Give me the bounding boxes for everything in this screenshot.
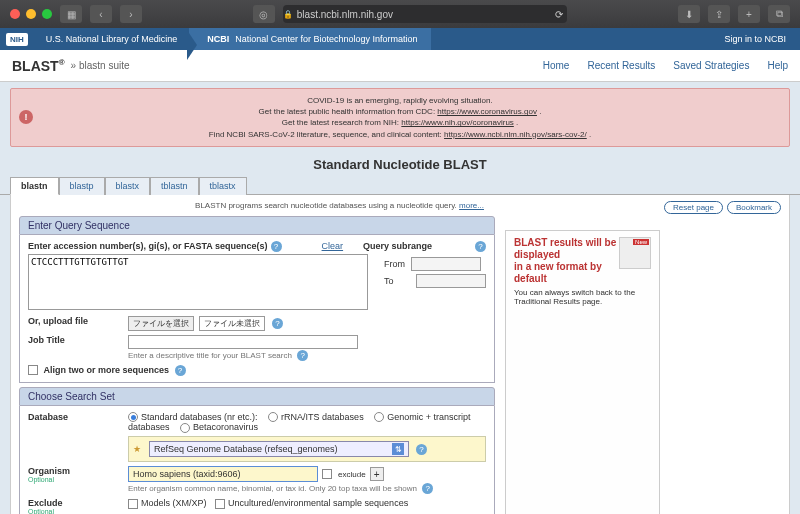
nav-home[interactable]: Home bbox=[543, 60, 570, 71]
maximize-window-icon[interactable] bbox=[42, 9, 52, 19]
tab-tblastn[interactable]: tblastn bbox=[150, 177, 199, 195]
blast-form: Bookmark Reset page BLASTN programs sear… bbox=[10, 195, 790, 514]
close-window-icon[interactable] bbox=[10, 9, 20, 19]
organism-label: Organism bbox=[28, 466, 70, 476]
blast-logo[interactable]: BLAST® bbox=[12, 58, 65, 74]
help-icon[interactable]: ? bbox=[271, 241, 282, 252]
to-input[interactable] bbox=[416, 274, 486, 288]
cdc-link[interactable]: https://www.coronavirus.gov bbox=[437, 107, 537, 116]
align-two-checkbox[interactable] bbox=[28, 365, 38, 375]
help-icon[interactable]: ? bbox=[416, 444, 427, 455]
organism-hint: Enter organism common name, binomial, or… bbox=[128, 484, 417, 493]
forward-button-icon[interactable]: › bbox=[120, 5, 142, 23]
file-choose-button[interactable]: ファイルを選択 bbox=[128, 316, 194, 331]
from-label: From bbox=[384, 259, 405, 269]
covid-line1: COVID-19 is an emerging, rapidly evolvin… bbox=[21, 95, 779, 106]
signin-link[interactable]: Sign in to NCBI bbox=[724, 34, 800, 44]
ncbi-full: National Center for Biotechnology Inform… bbox=[235, 34, 417, 44]
reset-button[interactable]: Reset page bbox=[664, 201, 723, 214]
sars-link[interactable]: https://www.ncbi.nlm.nih.gov/sars-cov-2/ bbox=[444, 130, 587, 139]
blast-header: BLAST® » blastn suite Home Recent Result… bbox=[0, 50, 800, 82]
help-icon[interactable]: ? bbox=[297, 350, 308, 361]
accession-label: Enter accession number(s), gi(s), or FAS… bbox=[28, 241, 268, 251]
db-radio-betacorona[interactable] bbox=[180, 423, 190, 433]
database-label: Database bbox=[28, 412, 120, 422]
nih-link[interactable]: https://www.nih.gov/coronavirus bbox=[401, 118, 514, 127]
organism-input[interactable]: Homo sapiens (taxid:9606) bbox=[128, 466, 318, 482]
db-radio-genomic[interactable] bbox=[374, 412, 384, 422]
url-text: blast.ncbi.nlm.nih.gov bbox=[297, 9, 393, 20]
help-icon[interactable]: ? bbox=[272, 318, 283, 329]
bookmark-button[interactable]: Bookmark bbox=[727, 201, 781, 214]
new-format-notice: BLAST results will be displayedin a new … bbox=[505, 230, 660, 514]
db-radio-rrna[interactable] bbox=[268, 412, 278, 422]
nav-help[interactable]: Help bbox=[767, 60, 788, 71]
query-section-header: Enter Query Sequence bbox=[19, 216, 495, 235]
help-icon[interactable]: ? bbox=[175, 365, 186, 376]
minimize-window-icon[interactable] bbox=[26, 9, 36, 19]
program-description: Bookmark Reset page BLASTN programs sear… bbox=[19, 199, 781, 212]
tab-blastx[interactable]: blastx bbox=[105, 177, 151, 195]
nav-recent[interactable]: Recent Results bbox=[587, 60, 655, 71]
blast-nav: Home Recent Results Saved Strategies Hel… bbox=[543, 60, 788, 71]
sequence-textarea[interactable] bbox=[28, 254, 368, 310]
ncbi-bold: NCBI bbox=[207, 34, 229, 44]
clear-link[interactable]: Clear bbox=[322, 241, 344, 251]
to-label: To bbox=[384, 276, 410, 286]
ncbi-label-wrap[interactable]: NCBI National Center for Biotechnology I… bbox=[189, 28, 431, 50]
star-icon: ★ bbox=[133, 444, 141, 454]
back-button-icon[interactable]: ‹ bbox=[90, 5, 112, 23]
chevron-updown-icon: ⇅ bbox=[392, 443, 404, 455]
database-select[interactable]: RefSeq Genome Database (refseq_genomes) … bbox=[149, 441, 409, 457]
search-set-header: Choose Search Set bbox=[19, 387, 495, 406]
more-link[interactable]: more... bbox=[459, 201, 484, 210]
from-input[interactable] bbox=[411, 257, 481, 271]
query-section-body: Enter accession number(s), gi(s), or FAS… bbox=[19, 235, 495, 383]
job-title-input[interactable] bbox=[128, 335, 358, 349]
window-controls bbox=[10, 9, 52, 19]
covid-alert-banner: ! COVID-19 is an emerging, rapidly evolv… bbox=[10, 88, 790, 147]
help-icon[interactable]: ? bbox=[422, 483, 433, 494]
blast-program-tabs: blastn blastp blastx tblastn tblastx bbox=[0, 176, 800, 195]
file-none-label: ファイル未選択 bbox=[199, 316, 265, 331]
tab-blastp[interactable]: blastp bbox=[59, 177, 105, 195]
subrange-label: Query subrange bbox=[363, 241, 432, 251]
notice-body: You can always switch back to the Tradit… bbox=[514, 288, 651, 306]
add-organism-button[interactable]: + bbox=[370, 467, 384, 481]
help-icon[interactable]: ? bbox=[475, 241, 486, 252]
new-badge-icon bbox=[619, 237, 651, 269]
shield-icon[interactable]: ◎ bbox=[253, 5, 275, 23]
nih-gov-bar: NIH U.S. National Library of Medicine NC… bbox=[0, 28, 800, 50]
job-title-hint: Enter a descriptive title for your BLAST… bbox=[128, 351, 292, 360]
reload-icon[interactable]: ⟳ bbox=[555, 9, 563, 20]
page-body: NIH U.S. National Library of Medicine NC… bbox=[0, 28, 800, 514]
db-radio-standard[interactable] bbox=[128, 412, 138, 422]
sidebar-toggle-icon[interactable]: ▦ bbox=[60, 5, 82, 23]
lock-icon: 🔒 bbox=[283, 10, 293, 19]
tabs-icon[interactable]: ⧉ bbox=[768, 5, 790, 23]
share-icon[interactable]: ⇪ bbox=[708, 5, 730, 23]
page-title: Standard Nucleotide BLAST bbox=[0, 153, 800, 176]
tab-tblastx[interactable]: tblastx bbox=[199, 177, 247, 195]
download-icon[interactable]: ⬇ bbox=[678, 5, 700, 23]
nlm-label[interactable]: U.S. National Library of Medicine bbox=[34, 34, 190, 44]
nih-logo[interactable]: NIH bbox=[6, 33, 28, 46]
browser-chrome: ▦ ‹ › ◎ 🔒 blast.ncbi.nlm.nih.gov ⟳ ⬇ ⇪ +… bbox=[0, 0, 800, 28]
exclude-organism-checkbox[interactable] bbox=[322, 469, 332, 479]
alert-icon: ! bbox=[19, 110, 33, 124]
exclude-models-checkbox[interactable] bbox=[128, 499, 138, 509]
url-bar[interactable]: 🔒 blast.ncbi.nlm.nih.gov ⟳ bbox=[283, 5, 567, 23]
nav-saved[interactable]: Saved Strategies bbox=[673, 60, 749, 71]
blast-suite-breadcrumb: » blastn suite bbox=[71, 60, 130, 71]
exclude-label: Exclude bbox=[28, 498, 63, 508]
upload-label: Or, upload file bbox=[28, 316, 120, 326]
exclude-uncultured-checkbox[interactable] bbox=[215, 499, 225, 509]
align-two-label: Align two or more sequences bbox=[44, 365, 170, 375]
job-title-label: Job Title bbox=[28, 335, 120, 345]
search-set-body: Database Standard databases (nr etc.): r… bbox=[19, 406, 495, 514]
new-tab-icon[interactable]: + bbox=[738, 5, 760, 23]
tab-blastn[interactable]: blastn bbox=[10, 177, 59, 195]
